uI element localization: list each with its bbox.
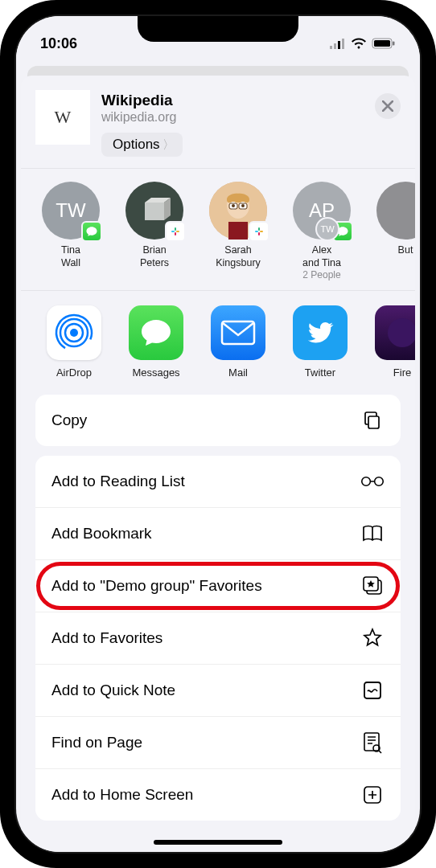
app-item[interactable]: Fire xyxy=(370,305,415,379)
site-title: Wikipedia xyxy=(101,92,364,109)
action-add-home[interactable]: Add to Home Screen xyxy=(35,768,401,821)
svg-rect-31 xyxy=(222,321,254,344)
action-glasses[interactable]: Add to Reading List xyxy=(35,456,401,507)
status-icons xyxy=(330,38,396,49)
action-star-badge[interactable]: Add to "Demo group" Favorites xyxy=(35,559,401,612)
close-icon xyxy=(382,100,393,112)
contact-avatar xyxy=(209,182,267,240)
sheet-header: W Wikipedia wikipedia.org Options 〉 xyxy=(21,76,415,169)
book-icon xyxy=(360,522,385,546)
contact-item[interactable]: BrianPeters xyxy=(121,182,188,280)
battery-icon xyxy=(372,38,396,49)
svg-rect-12 xyxy=(175,227,176,231)
svg-rect-25 xyxy=(258,227,260,231)
chevron-right-icon: 〉 xyxy=(162,137,175,153)
app-item[interactable]: Messages xyxy=(124,305,188,379)
contact-avatar xyxy=(125,182,183,240)
svg-point-27 xyxy=(70,329,78,337)
mail-app-icon xyxy=(211,305,265,360)
notch xyxy=(138,16,298,42)
contact-item[interactable]: TWTinaWall xyxy=(37,182,105,280)
contacts-row[interactable]: TWTinaWallBrianPetersSarahKingsburyAPTWA… xyxy=(21,169,415,291)
svg-rect-26 xyxy=(258,232,260,235)
svg-line-44 xyxy=(379,751,381,753)
svg-rect-39 xyxy=(364,733,379,751)
action-label: Copy xyxy=(51,411,87,429)
site-icon-letter: W xyxy=(55,107,72,128)
action-label: Add to Home Screen xyxy=(51,786,193,804)
home-indicator[interactable] xyxy=(154,840,282,845)
twitter-app-icon xyxy=(293,305,348,360)
actions: Copy Add to Reading ListAdd BookmarkAdd … xyxy=(21,387,415,821)
header-text: Wikipedia wikipedia.org Options 〉 xyxy=(101,90,364,157)
add-home-icon xyxy=(360,783,385,807)
copy-icon xyxy=(360,408,385,432)
svg-rect-13 xyxy=(175,232,176,235)
action-label: Add to Reading List xyxy=(51,473,185,490)
svg-rect-33 xyxy=(368,416,379,428)
svg-point-34 xyxy=(362,477,371,486)
glasses-icon xyxy=(360,469,385,493)
contact-name: Alexand Tina xyxy=(288,244,356,269)
svg-point-20 xyxy=(241,204,245,207)
svg-rect-0 xyxy=(330,46,332,49)
contact-avatar: TW xyxy=(42,182,100,240)
quicknote-icon xyxy=(360,678,385,702)
wifi-icon xyxy=(351,38,367,49)
action-find[interactable]: Find on Page xyxy=(35,716,401,768)
svg-rect-5 xyxy=(374,40,390,47)
contact-avatar: APTW xyxy=(293,182,351,240)
cellular-icon xyxy=(330,39,346,49)
app-item[interactable]: Mail xyxy=(206,305,270,379)
action-label: Add to Quick Note xyxy=(51,682,175,699)
apps-row[interactable]: AirDropMessagesMailTwitterFire xyxy=(21,291,415,387)
svg-rect-23 xyxy=(255,231,258,232)
app-label: Mail xyxy=(206,366,270,379)
contact-item[interactable]: APTWAlexand Tina2 People xyxy=(288,182,356,280)
contact-name: TinaWall xyxy=(37,244,105,269)
contact-item[interactable]: SarahKingsbury xyxy=(204,182,272,280)
contact-name: But xyxy=(372,244,415,257)
action-star[interactable]: Add to Favorites xyxy=(35,612,401,664)
action-label: Find on Page xyxy=(51,734,142,751)
app-label: AirDrop xyxy=(42,366,106,379)
svg-rect-6 xyxy=(393,42,395,46)
action-book[interactable]: Add Bookmark xyxy=(35,507,401,559)
svg-point-32 xyxy=(388,318,415,347)
star-badge-icon xyxy=(360,574,385,598)
svg-point-19 xyxy=(232,204,235,207)
inner-border: 10:06 W Wikipedia xyxy=(14,14,422,854)
action-quicknote[interactable]: Add to Quick Note xyxy=(35,664,401,716)
contact-avatar xyxy=(376,182,415,240)
app-label: Twitter xyxy=(288,366,352,379)
svg-rect-10 xyxy=(171,231,175,232)
svg-rect-7 xyxy=(145,203,164,220)
app-item[interactable]: Twitter xyxy=(288,305,352,379)
action-group-copy: Copy xyxy=(35,395,401,446)
svg-point-35 xyxy=(375,477,384,486)
status-time: 10:06 xyxy=(40,35,77,52)
svg-rect-11 xyxy=(176,231,179,232)
svg-rect-24 xyxy=(260,231,263,232)
contact-name: BrianPeters xyxy=(121,244,188,269)
site-icon: W xyxy=(35,90,90,145)
messages-app-icon xyxy=(129,305,183,360)
svg-rect-16 xyxy=(228,222,248,240)
options-label: Options xyxy=(113,137,160,153)
app-label: Messages xyxy=(124,366,188,379)
close-button[interactable] xyxy=(375,93,401,119)
svg-rect-1 xyxy=(334,43,336,49)
svg-rect-2 xyxy=(338,41,340,49)
svg-rect-3 xyxy=(342,39,344,49)
contact-item[interactable]: But xyxy=(372,182,415,280)
app-item[interactable]: AirDrop xyxy=(42,305,106,379)
action-copy[interactable]: Copy xyxy=(35,395,401,446)
contact-sub: 2 People xyxy=(288,269,356,280)
find-icon xyxy=(360,731,385,755)
options-button[interactable]: Options 〉 xyxy=(101,133,183,157)
screen: 10:06 W Wikipedia xyxy=(16,16,420,852)
star-icon xyxy=(360,626,385,650)
app-label: Fire xyxy=(370,366,415,379)
device-frame: 10:06 W Wikipedia xyxy=(0,0,436,868)
sheet-stack: W Wikipedia wikipedia.org Options 〉 xyxy=(16,66,420,852)
